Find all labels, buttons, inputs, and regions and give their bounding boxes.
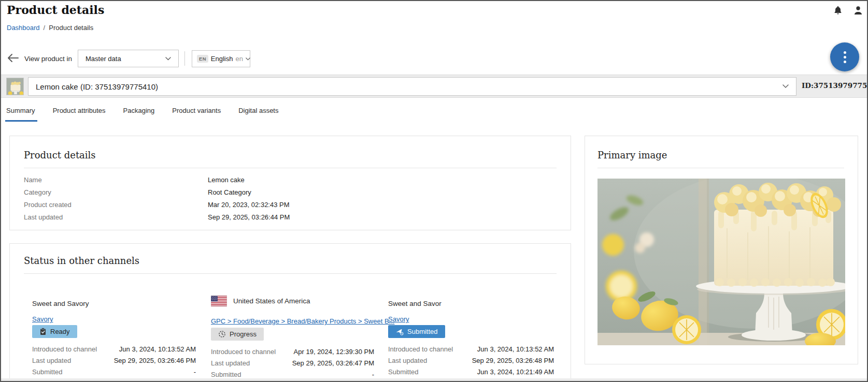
primary-image-card: Primary image [585, 136, 858, 364]
channel-stat-rows: Introduced to channel Jun 3, 2024, 10:13… [388, 343, 554, 382]
channel-column: Sweet and Savor Savory Submitted Introdu… [388, 300, 554, 382]
stat-label: Last updated [388, 357, 427, 364]
notifications-button[interactable] [831, 4, 845, 17]
card-title: Status in other channels [24, 255, 557, 266]
channel-stat-row: Introduced to channel Jun 3, 2024, 10:13… [32, 343, 196, 355]
stat-value: Sep 29, 2025, 03:26:47 PM [292, 359, 374, 367]
status-label: Ready [50, 328, 70, 335]
category-link[interactable]: GPC > Food/Beverage > Bread/Bakery Produ… [211, 317, 394, 325]
kebab-menu-icon [844, 51, 846, 63]
breadcrumb: Dashboard/Product details [7, 24, 93, 32]
channel-stat-row: Submitted - [32, 366, 196, 377]
detail-label: Category [24, 188, 208, 196]
channel-stat-row: Submitted Jun 3, 2024, 10:21:49 AM [388, 366, 554, 377]
channel-name: Sweet and Savor [388, 300, 554, 309]
detail-label: Product created [24, 201, 208, 209]
stat-label: Submitted [211, 371, 241, 378]
stat-label: Last updated [32, 357, 71, 364]
detail-row: Name Lemon cake [24, 173, 557, 186]
back-button[interactable] [7, 53, 19, 64]
stat-value: Jun 3, 2024, 10:21:49 AM [477, 368, 554, 376]
category-link[interactable]: Savory [32, 315, 53, 323]
detail-value: Root Category [208, 188, 251, 196]
breadcrumb-current: Product details [49, 24, 93, 32]
channel-name-row: United States of America [211, 295, 374, 307]
category-link[interactable]: Savory [388, 315, 409, 323]
stat-label: Last updated [211, 359, 250, 367]
page-title: Product details [7, 3, 104, 17]
view-product-in-label: View product in [24, 55, 72, 63]
language-name: English [211, 55, 233, 63]
detail-value: Sep 29, 2025, 03:26:44 PM [208, 213, 290, 221]
stat-label: Introduced to channel [211, 348, 276, 356]
detail-value: Mar 20, 2023, 02:32:43 PM [208, 201, 290, 209]
stat-label: Submitted [32, 368, 63, 376]
card-title: Product details [24, 150, 557, 160]
card-title: Primary image [597, 150, 844, 160]
stat-value: Sep 29, 2025, 03:26:46 PM [114, 357, 196, 364]
channel-stat-row: Last updated Sep 29, 2025, 03:26:47 PM [211, 357, 374, 369]
arrow-left-icon [7, 53, 19, 63]
breadcrumb-link-dashboard[interactable]: Dashboard [7, 24, 40, 32]
chevron-down-icon [165, 57, 171, 61]
stat-value: Jun 3, 2024, 10:13:52 AM [477, 345, 554, 353]
bell-icon [833, 5, 843, 16]
detail-label: Name [24, 176, 208, 184]
channel-name: Sweet and Savory [32, 300, 196, 309]
data-source-select-value: Master data [86, 55, 165, 63]
channel-stat-row: Introduced to channel Apr 19, 2024, 12:3… [211, 346, 374, 357]
send-clock-icon [395, 328, 404, 335]
channel-stat-rows: Introduced to channel Apr 19, 2024, 12:3… [211, 346, 374, 382]
status-badge-submitted: Submitted [388, 325, 445, 338]
channel-name: United States of America [233, 297, 310, 305]
tab-summary[interactable]: Summary [6, 98, 35, 122]
product-select-value: Lemon cake (ID: 37513979775410) [36, 82, 782, 91]
product-select[interactable]: Lemon cake (ID: 37513979775410) [28, 77, 796, 96]
chevron-down-icon [782, 84, 789, 89]
divider [24, 273, 557, 274]
channel-stat-row: Last updated Sep 29, 2025, 03:26:46 PM [32, 355, 196, 366]
language-select[interactable]: EN English en [192, 50, 250, 67]
status-label: Submitted [407, 328, 438, 335]
horizontal-scrollbar-track[interactable] [1, 378, 868, 381]
stat-value: Sep 29, 2025, 03:26:48 PM [472, 357, 554, 364]
breadcrumb-separator: / [44, 24, 46, 32]
stat-value: - [372, 371, 374, 378]
detail-row: Product created Mar 20, 2023, 02:32:43 P… [24, 198, 557, 211]
data-source-select[interactable]: Master data [78, 50, 179, 67]
tab-bar: Summary Product attributes Packaging Pro… [6, 98, 296, 122]
stat-value: - [194, 368, 196, 376]
status-badge-ready: Ready [32, 325, 77, 338]
language-code-badge: EN [197, 55, 208, 63]
clipboard-check-icon [39, 328, 47, 335]
us-flag-icon [211, 296, 227, 306]
divider [24, 168, 557, 168]
product-thumbnail [6, 78, 24, 95]
divider [597, 168, 844, 168]
product-details-card: Product details Name Lemon cake Category… [9, 136, 571, 230]
status-label: Progress [230, 330, 257, 338]
tab-product-variants[interactable]: Product variants [172, 98, 221, 122]
clock-icon [218, 330, 226, 338]
stat-label: Introduced to channel [32, 345, 97, 353]
detail-rows: Name Lemon cake Category Root Category P… [24, 173, 557, 223]
detail-label: Last updated [24, 213, 208, 221]
detail-value: Lemon cake [208, 176, 245, 184]
tab-packaging[interactable]: Packaging [123, 98, 155, 122]
stat-value: Apr 19, 2024, 12:39:30 PM [294, 348, 374, 356]
channel-stat-row: Introduced to channel Jun 3, 2024, 10:13… [388, 343, 554, 355]
stat-label: Submitted [388, 368, 419, 376]
tab-product-attributes[interactable]: Product attributes [53, 98, 106, 122]
account-button[interactable] [851, 4, 865, 17]
chevron-down-icon [246, 57, 250, 61]
product-selector-band: Lemon cake (ID: 37513979775410) ID:37513… [1, 75, 868, 98]
detail-row: Last updated Sep 29, 2025, 03:26:44 PM [24, 211, 557, 223]
detail-row: Category Root Category [24, 186, 557, 198]
stat-value: Jun 3, 2024, 10:13:52 AM [119, 345, 196, 353]
stat-label: Introduced to channel [388, 345, 453, 353]
actions-fab-button[interactable] [830, 42, 859, 71]
toolbar-divider [184, 51, 185, 66]
channel-stat-row: Last updated Sep 29, 2025, 03:26:48 PM [388, 355, 554, 366]
user-icon [853, 5, 863, 16]
tab-digital-assets[interactable]: Digital assets [238, 98, 278, 122]
